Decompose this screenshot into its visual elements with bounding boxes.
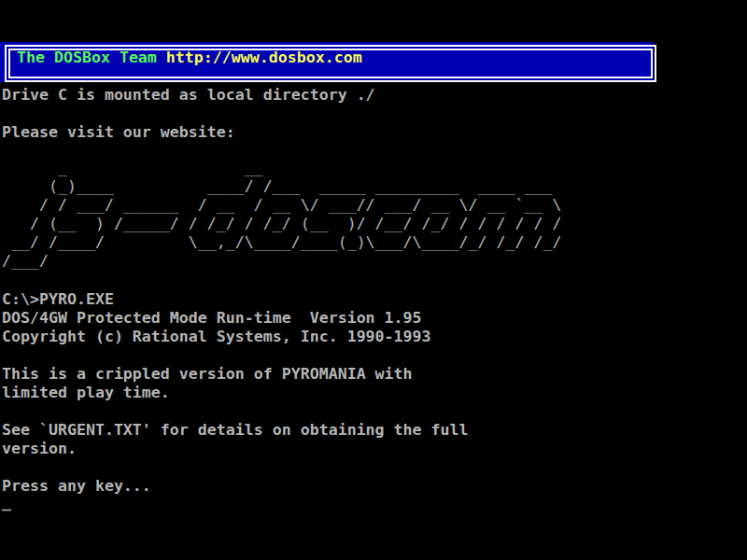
- urgent-notice-line1: See `URGENT.TXT' for details on obtainin…: [2, 421, 469, 440]
- mount-status-line: Drive C is mounted as local directory ./: [2, 86, 375, 105]
- crippled-notice-line1: This is a crippled version of PYROMANIA …: [2, 365, 413, 384]
- command-prompt-line: C:\>PYRO.EXE: [2, 290, 114, 309]
- dos-terminal-screen[interactable]: The DOSBox Team http://www.dosbox.com Dr…: [0, 0, 747, 560]
- dos4gw-version-line: DOS/4GW Protected Mode Run-time Version …: [2, 309, 422, 328]
- copyright-line: Copyright (c) Rational Systems, Inc. 199…: [2, 328, 431, 346]
- terminal-cursor: _: [2, 494, 11, 512]
- banner-team-label: The DOSBox Team: [17, 49, 166, 66]
- website-invite-line: Please visit our website:: [2, 123, 235, 142]
- banner-url-label: http://www.dosbox.com: [166, 49, 362, 66]
- crippled-notice-line2: limited play time.: [2, 384, 170, 402]
- dosbox-banner: The DOSBox Team http://www.dosbox.com: [0, 42, 654, 82]
- press-any-key-line: Press any key...: [2, 477, 151, 496]
- jsdos-ascii-logo: _ __ (_)____ ____/ /___ _____ _________ …: [2, 159, 561, 271]
- urgent-notice-line2: version.: [2, 440, 77, 458]
- banner-text: The DOSBox Team http://www.dosbox.com: [17, 49, 362, 67]
